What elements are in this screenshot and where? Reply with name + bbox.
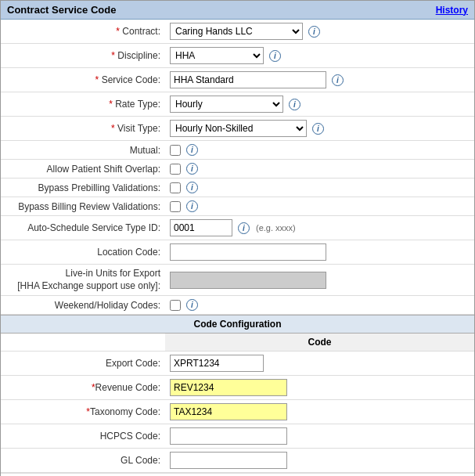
weekend-row: Weekend/Holiday Codes: i (1, 296, 474, 315)
visit-type-info-icon[interactable]: i (312, 123, 324, 135)
location-code-field-cell (165, 240, 474, 265)
hcpcs-code-field-cell (165, 424, 474, 449)
weekend-info-icon[interactable]: i (186, 299, 198, 311)
location-code-input[interactable] (170, 243, 326, 261)
visit-type-select[interactable]: Hourly Non-Skilled (170, 120, 307, 137)
auto-schedule-input[interactable] (170, 219, 232, 236)
rate-type-row: * Rate Type: Hourly i (1, 92, 474, 117)
hcpcs-code-input[interactable] (170, 427, 287, 445)
weekend-checkbox[interactable] (170, 300, 181, 311)
code-column-header-row: Code (1, 334, 474, 352)
allow-patient-info-icon[interactable]: i (186, 163, 198, 175)
taxonomy-code-field-cell (165, 400, 474, 424)
discipline-label: * Discipline: (1, 44, 165, 68)
discipline-select[interactable]: HHA (170, 47, 264, 64)
location-code-label: Location Code: (1, 240, 165, 265)
mutual-info-icon[interactable]: i (186, 144, 198, 156)
bypass-prebilling-info-icon[interactable]: i (186, 182, 198, 193)
contract-field-cell: Caring Hands LLC i (165, 20, 474, 44)
revenue-code-field-cell (165, 376, 474, 400)
rate-type-field-cell: Hourly i (165, 92, 474, 117)
bypass-prebilling-checkbox[interactable] (170, 182, 181, 193)
gl-code-field-cell (165, 449, 474, 473)
revenue-code-input[interactable] (170, 379, 287, 396)
discipline-row: * Discipline: HHA i (1, 44, 474, 68)
taxonomy-code-label: *Taxonomy Code: (1, 400, 165, 424)
button-row: Save Cancel (1, 473, 474, 476)
code-config-form: Code Export Code: *Revenue Code: *Taxono… (1, 334, 474, 473)
gl-code-row: GL Code: (1, 449, 474, 473)
rate-type-label: * Rate Type: (1, 92, 165, 117)
discipline-info-icon[interactable]: i (269, 50, 281, 62)
bypass-prebilling-row: Bypass Prebilling Validations: i (1, 178, 474, 197)
export-code-input[interactable] (170, 355, 264, 372)
service-code-info-icon[interactable]: i (332, 74, 344, 86)
rate-type-select[interactable]: Hourly (170, 96, 283, 113)
contract-select[interactable]: Caring Hands LLC (170, 23, 303, 40)
discipline-field-cell: HHA i (165, 44, 474, 68)
taxonomy-code-input[interactable] (170, 403, 287, 420)
code-config-header: Code Configuration (1, 315, 474, 334)
bypass-billing-checkbox[interactable] (170, 201, 181, 212)
contract-row: * Contract: Caring Hands LLC i (1, 20, 474, 44)
weekend-field-cell: i (165, 296, 474, 315)
main-form: * Contract: Caring Hands LLC i * Discipl… (1, 20, 474, 315)
gl-code-input[interactable] (170, 452, 287, 469)
allow-patient-row: Allow Patient Shift Overlap: i (1, 160, 474, 178)
export-code-label: Export Code: (1, 352, 165, 376)
allow-patient-checkbox[interactable] (170, 164, 181, 175)
livein-field-cell (165, 265, 474, 296)
history-link[interactable]: History (436, 5, 468, 16)
mutual-field-cell: i (165, 141, 474, 160)
code-column-header: Code (165, 334, 474, 352)
revenue-code-label: *Revenue Code: (1, 376, 165, 400)
main-window: Contract Service Code History * Contract… (0, 0, 475, 476)
service-code-field-cell: i (165, 68, 474, 92)
export-code-row: Export Code: (1, 352, 474, 376)
export-code-field-cell (165, 352, 474, 376)
mutual-label: Mutual: (1, 141, 165, 160)
auto-schedule-field-cell: i (e.g. xxxx) (165, 216, 474, 240)
service-code-input[interactable] (170, 71, 326, 88)
auto-schedule-label: Auto-Schedule Service Type ID: (1, 216, 165, 240)
taxonomy-code-row: *Taxonomy Code: (1, 400, 474, 424)
section-header: Contract Service Code History (1, 1, 474, 20)
livein-row: Live-in Units for Export[HHA Exchange su… (1, 265, 474, 296)
service-code-row: * Service Code: i (1, 68, 474, 92)
revenue-code-row: *Revenue Code: (1, 376, 474, 400)
hcpcs-code-row: HCPCS Code: (1, 424, 474, 449)
contract-info-icon[interactable]: i (308, 26, 320, 38)
allow-patient-field-cell: i (165, 160, 474, 178)
mutual-row: Mutual: i (1, 141, 474, 160)
livein-input[interactable] (170, 272, 326, 289)
bypass-billing-row: Bypass Billing Review Validations: i (1, 197, 474, 216)
mutual-checkbox[interactable] (170, 145, 181, 156)
auto-schedule-row: Auto-Schedule Service Type ID: i (e.g. x… (1, 216, 474, 240)
section-title: Contract Service Code (7, 4, 116, 16)
bypass-prebilling-field-cell: i (165, 178, 474, 197)
gl-code-label: GL Code: (1, 449, 165, 473)
location-code-row: Location Code: (1, 240, 474, 265)
auto-schedule-eg: (e.g. xxxx) (256, 223, 296, 233)
weekend-label: Weekend/Holiday Codes: (1, 296, 165, 315)
livein-label: Live-in Units for Export[HHA Exchange su… (1, 265, 165, 296)
visit-type-field-cell: Hourly Non-Skilled i (165, 117, 474, 141)
contract-label: * Contract: (1, 20, 165, 44)
rate-type-info-icon[interactable]: i (289, 99, 300, 110)
bypass-billing-label: Bypass Billing Review Validations: (1, 197, 165, 216)
hcpcs-code-label: HCPCS Code: (1, 424, 165, 449)
visit-type-label: * Visit Type: (1, 117, 165, 141)
bypass-prebilling-label: Bypass Prebilling Validations: (1, 178, 165, 197)
allow-patient-label: Allow Patient Shift Overlap: (1, 160, 165, 178)
bypass-billing-info-icon[interactable]: i (186, 200, 198, 212)
service-code-label: * Service Code: (1, 68, 165, 92)
visit-type-row: * Visit Type: Hourly Non-Skilled i (1, 117, 474, 141)
auto-schedule-info-icon[interactable]: i (238, 222, 250, 234)
bypass-billing-field-cell: i (165, 197, 474, 216)
